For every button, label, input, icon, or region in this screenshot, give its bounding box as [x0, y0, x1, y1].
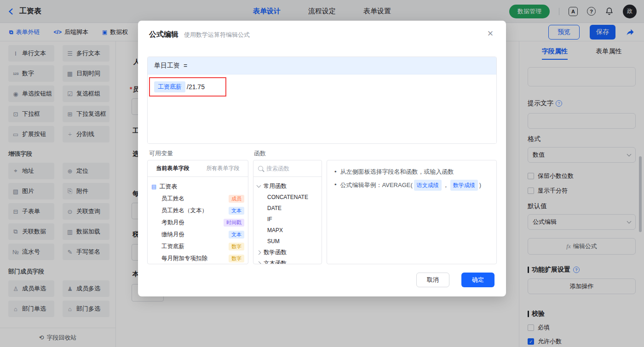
equals-sign: =: [184, 62, 187, 69]
confirm-button[interactable]: 确定: [461, 273, 494, 287]
function-search[interactable]: [253, 160, 322, 177]
example-field-chip: 数学成绩: [450, 180, 478, 191]
example-field-chip: 语文成绩: [414, 180, 442, 191]
tip-text: 从左侧面板选择字段名和函数，或输入函数: [340, 167, 454, 177]
variables-label: 可用变量: [149, 149, 173, 158]
formula-edit-dialog: 公式编辑 使用数学运算符编辑公式 × 单日工资 = 工资底薪 /21.75 可用…: [138, 21, 506, 296]
variable-item[interactable]: 工资底薪 数字: [151, 240, 244, 252]
function-group-math[interactable]: 数学函数: [257, 247, 318, 258]
tip-line: • 公式编辑举例：AVERAGE( 语文成绩 ， 数学成绩 ): [334, 180, 489, 191]
formula-target-bar: 单日工资 =: [148, 57, 496, 74]
formula-expression: /21.75: [187, 83, 205, 91]
cancel-button[interactable]: 取消: [416, 273, 449, 287]
variables-tree-root[interactable]: ▤ 工资表: [151, 181, 244, 193]
document-icon: ▤: [151, 183, 156, 190]
function-group-common[interactable]: 常用函数: [257, 181, 318, 192]
function-item[interactable]: MAPX: [257, 225, 318, 236]
formula-editor[interactable]: 单日工资 = 工资底薪 /21.75: [147, 57, 497, 144]
variable-item[interactable]: 考勤月份 时间戳: [151, 216, 244, 228]
chevron-right-icon: [257, 261, 261, 264]
dialog-title: 公式编辑: [149, 30, 178, 40]
tips-panel: • 从左侧面板选择字段名和函数，或输入函数 • 公式编辑举例：AVERAGE( …: [327, 160, 497, 264]
field-type-tag: 数字: [229, 255, 244, 262]
dialog-subtitle: 使用数学运算符编辑公式: [184, 31, 250, 39]
chevron-right-icon: [257, 250, 261, 255]
variable-item[interactable]: 员工姓名 成员: [151, 193, 244, 205]
function-search-input[interactable]: [266, 165, 317, 172]
variable-item[interactable]: 缴纳月份 文本: [151, 228, 244, 240]
tab-current-form-fields[interactable]: 当前表单字段: [148, 160, 198, 176]
field-type-tag: 时间戳: [224, 219, 244, 227]
field-type-tag: 文本: [229, 231, 244, 239]
field-type-tag: 数字: [229, 243, 244, 250]
variable-item[interactable]: 员工姓名（文本） 文本: [151, 205, 244, 216]
function-item[interactable]: IF: [257, 214, 318, 225]
functions-panel: 常用函数 CONCATENATE DATE IF MAPX SUM 数学函数 文…: [253, 160, 322, 264]
functions-label: 函数: [254, 149, 266, 158]
field-type-tag: 文本: [229, 207, 244, 215]
function-item[interactable]: SUM: [257, 236, 318, 247]
formula-body[interactable]: 工资底薪 /21.75: [148, 74, 496, 143]
search-icon: [258, 166, 263, 171]
formula-target-field: 单日工资: [154, 62, 180, 70]
variable-item[interactable]: 每月附加专项扣除 数字: [151, 252, 244, 264]
close-icon[interactable]: ×: [484, 27, 497, 40]
tab-all-form-fields[interactable]: 所有表单字段: [198, 160, 248, 176]
tip-example: 公式编辑举例：AVERAGE( 语文成绩 ， 数学成绩 ): [340, 180, 482, 191]
function-item[interactable]: DATE: [257, 203, 318, 214]
function-item[interactable]: CONCATENATE: [257, 192, 318, 203]
annotation-box: 工资底薪 /21.75: [149, 77, 226, 97]
chevron-down-icon: [257, 183, 261, 188]
function-group-text[interactable]: 文本函数: [257, 258, 318, 264]
formula-field-chip[interactable]: 工资底薪: [154, 81, 185, 92]
tip-line: • 从左侧面板选择字段名和函数，或输入函数: [334, 167, 489, 177]
variables-panel: 当前表单字段 所有表单字段 ▤ 工资表 员工姓名 成员 员工姓名（文本） 文本 …: [147, 160, 248, 264]
field-type-tag: 成员: [229, 195, 244, 203]
